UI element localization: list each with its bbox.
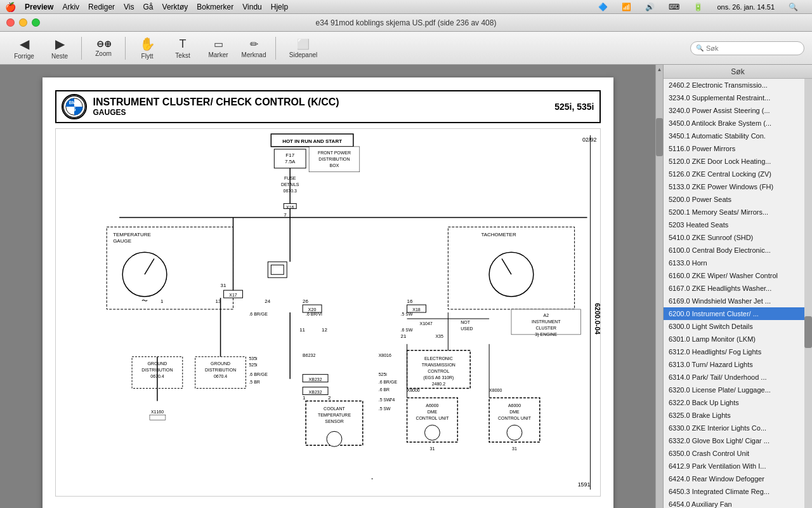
svg-text:F17: F17 [285, 152, 294, 158]
close-button[interactable] [6, 18, 15, 27]
svg-text:DME: DME [509, 410, 520, 414]
sidebar-item[interactable]: 6301.0 Lamp Monitor (LKM) [664, 333, 804, 345]
sidebar-item[interactable]: 5203 Heated Seats [664, 218, 804, 231]
svg-text:6200.0-04: 6200.0-04 [593, 303, 600, 335]
menu-hjelp[interactable]: Hjelp [271, 3, 288, 11]
search-box[interactable]: 🔍 [690, 41, 804, 55]
sidebar-item[interactable]: 6454.0 Auxiliary Fan [664, 498, 804, 508]
search-input[interactable] [706, 44, 799, 52]
sidebar-item[interactable]: 5200.1 Memory Seats/ Mirrors... [664, 206, 804, 218]
sidebar-item[interactable]: 6167.0 ZKE Headlights Washer... [664, 282, 804, 295]
svg-text:31: 31 [429, 446, 435, 451]
forrige-button[interactable]: ◀ Forrige [8, 34, 41, 62]
svg-text:XB232: XB232 [308, 377, 322, 382]
apple-menu[interactable]: 🍎 [5, 2, 16, 12]
sidebar-item[interactable]: 6424.0 Rear Window Defogger [664, 472, 804, 485]
menu-arkiv[interactable]: Arkiv [62, 3, 79, 11]
title-bar: e34 91mod koblings skjema US.pdf (side 2… [0, 14, 812, 32]
svg-text:535i: 535i [249, 356, 258, 361]
menu-ga[interactable]: Gå [143, 3, 154, 11]
sidebar-item[interactable]: 3234.0 Supplemental Restraint... [664, 91, 804, 104]
svg-text:.6 SW: .6 SW [400, 328, 412, 332]
svg-text:DISTRIBUTION: DISTRIBUTION [318, 157, 350, 161]
sidebar-item[interactable]: 5116.0 Power Mirrors [664, 142, 804, 155]
sidebar-item[interactable]: 6320.0 License Plate/ Luggage... [664, 384, 804, 396]
sidebar-scrollbar[interactable] [804, 79, 812, 508]
spotlight-icon[interactable]: 🔍 [789, 3, 798, 11]
scroll-vertical-thumb[interactable] [656, 118, 663, 156]
svg-text:A6000: A6000 [426, 403, 438, 408]
sidebar-item[interactable]: 6330.0 ZKE Interior Lights Co... [664, 422, 804, 434]
minimize-button[interactable] [19, 18, 27, 27]
sidebar-item[interactable]: 6314.0 Park/ Tail/ Underhood ... [664, 371, 804, 384]
sidebar-item[interactable]: 6100.0 Central Body Electronic... [664, 244, 804, 257]
svg-text:16: 16 [407, 298, 412, 304]
sidebar-item[interactable]: 6312.0 Headlights/ Fog Lights [664, 345, 804, 358]
wiring-diagram: 02/92 6200.0-04 HOT IN RUN AND START F17 [55, 128, 601, 498]
diagram-subtitle: GAUGES [93, 108, 555, 117]
separator-1 [81, 37, 82, 60]
window-controls[interactable] [6, 18, 40, 27]
sidebar-item[interactable]: 6412.9 Park Ventilation With I... [664, 460, 804, 472]
pdf-inner: BMW 5 INSTRUMENT CLUSTER/ CHECK CONTROL … [0, 65, 655, 508]
window-title: e34 91mod koblings skjema US.pdf (side 2… [316, 18, 497, 27]
menu-vis[interactable]: Vis [124, 3, 134, 11]
menu-verktoy[interactable]: Verktøy [162, 3, 188, 11]
sidebar-item[interactable]: 3450.0 Antilock Brake System (... [664, 117, 804, 130]
svg-point-99 [424, 425, 440, 440]
flytt-label: Flytt [141, 53, 154, 60]
sidebar-item[interactable]: 3450.1 Automatic Stability Con. [664, 130, 804, 142]
sidebar-item[interactable]: 2460.2 Electronic Transmissio... [664, 79, 804, 91]
neste-button[interactable]: ▶ Neste [43, 34, 76, 62]
scroll-vertical-track[interactable] [656, 74, 663, 508]
svg-text:1: 1 [303, 395, 306, 401]
svg-text:TRANSMISSION: TRANSMISSION [421, 363, 455, 367]
tekst-label: Tekst [175, 52, 190, 59]
sidebar-item[interactable]: 6322.0 Back Up Lights [664, 396, 804, 409]
sidebar-item[interactable]: 6300.0 Light Switch Details [664, 320, 804, 333]
sidepanel-label: Sidepanel [289, 51, 317, 58]
menu-vindu[interactable]: Vindu [242, 3, 261, 11]
pdf-page: BMW 5 INSTRUMENT CLUSTER/ CHECK CONTROL … [43, 77, 613, 508]
sidebar-item[interactable]: 5126.0 ZKE Central Locking (ZV) [664, 168, 804, 180]
diagram-model: 525i, 535i [554, 102, 594, 112]
svg-text:.6 BR/GE: .6 BR/GE [249, 312, 268, 316]
sidebar-item[interactable]: 6350.0 Crash Control Unit [664, 447, 804, 460]
sidebar-item[interactable]: 5120.0 ZKE Door Lock Heating... [664, 155, 804, 168]
svg-point-34 [489, 252, 534, 297]
sidebar-item[interactable]: 6450.3 Integrated Climate Reg... [664, 485, 804, 498]
menu-rediger[interactable]: Rediger [88, 3, 115, 11]
menu-bokmerker[interactable]: Bokmerker [197, 3, 233, 11]
sidebar-item[interactable]: 5200.0 Power Seats [664, 193, 804, 206]
maximize-button[interactable] [32, 18, 40, 27]
sidebar-item[interactable]: 5133.0 ZKE Power Windows (FH) [664, 180, 804, 193]
svg-text:B6232: B6232 [303, 353, 315, 358]
vertical-scrollbar[interactable]: ▲ ▼ [655, 65, 663, 508]
app-name[interactable]: Preview [25, 3, 53, 11]
sidebar-item[interactable]: 6133.0 Horn [664, 257, 804, 269]
sidebar-item[interactable]: 3240.0 Power Assist Steering (... [664, 104, 804, 117]
tekst-button[interactable]: T Tekst [166, 34, 199, 62]
svg-text:7.5A: 7.5A [285, 159, 296, 164]
merknad-button[interactable]: ✏ Merknad [237, 34, 270, 62]
pdf-scroll-area[interactable]: BMW 5 INSTRUMENT CLUSTER/ CHECK CONTROL … [0, 65, 655, 508]
svg-text:NOT: NOT [461, 320, 470, 324]
sidebar-item[interactable]: 6169.0 Windshield Washer Jet ... [664, 295, 804, 307]
svg-text:GROUND: GROUND [211, 361, 230, 366]
zoom-button[interactable]: ⊖ ⊕ Zoom [87, 34, 120, 62]
sidebar-item[interactable]: 6200.0 Instrument Cluster/ ... [664, 307, 804, 320]
sidebar-item[interactable]: 6325.0 Brake Lights [664, 409, 804, 422]
sidebar-item[interactable]: 6160.0 ZKE Wiper/ Washer Control [664, 269, 804, 282]
sidebar-item[interactable]: 6332.0 Glove Box Light/ Cigar ... [664, 434, 804, 447]
sidebar-scrollbar-thumb[interactable] [804, 316, 812, 348]
scroll-up-arrow[interactable]: ▲ [656, 65, 663, 74]
sidepanel-button[interactable]: ⬜ Sidepanel [281, 34, 325, 62]
sidebar-item[interactable]: 6313.0 Turn/ Hazard Lights [664, 358, 804, 371]
svg-text:X8000: X8000 [489, 388, 502, 392]
sidebar-item[interactable]: 5410.0 ZKE Sunroof (SHD) [664, 231, 804, 244]
svg-text:TEMPERATURE: TEMPERATURE [317, 413, 350, 417]
svg-text:0670.4: 0670.4 [213, 374, 226, 378]
marker-button[interactable]: ▭ Marker [202, 34, 235, 62]
flytt-button[interactable]: ✋ Flytt [131, 34, 164, 62]
bluetooth-icon: 🔷 [598, 3, 608, 11]
